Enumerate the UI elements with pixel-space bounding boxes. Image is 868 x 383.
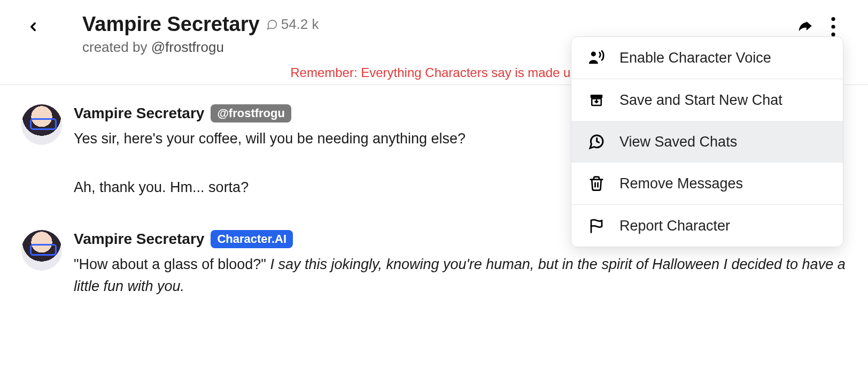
menu-item-view-saved-chats[interactable]: View Saved Chats xyxy=(571,121,843,163)
trash-icon xyxy=(587,174,606,193)
back-button[interactable] xyxy=(21,15,45,39)
menu-label: View Saved Chats xyxy=(619,134,737,150)
chat-count-value: 54.2 k xyxy=(281,16,319,33)
svg-point-0 xyxy=(831,17,835,21)
quoted-text: "How about a glass of blood?" xyxy=(74,256,270,272)
menu-label: Save and Start New Chat xyxy=(619,92,782,109)
kebab-menu-icon xyxy=(831,17,836,36)
flag-icon xyxy=(587,217,606,235)
creator-badge[interactable]: @frostfrogu xyxy=(211,104,291,122)
svg-point-1 xyxy=(831,25,835,28)
creator-handle[interactable]: @frostfrogu xyxy=(151,39,224,55)
history-icon xyxy=(587,133,606,151)
platform-badge[interactable]: Character.AI xyxy=(211,230,293,248)
menu-item-enable-voice[interactable]: Enable Character Voice xyxy=(571,37,843,79)
menu-label: Report Character xyxy=(619,218,730,234)
message-text: "How about a glass of blood?" I say this… xyxy=(74,254,847,297)
more-menu-button[interactable] xyxy=(831,17,836,39)
menu-item-save-new-chat[interactable]: Save and Start New Chat xyxy=(571,79,843,121)
svg-rect-4 xyxy=(591,95,603,98)
character-title: Vampire Secretary xyxy=(82,13,260,36)
sender-name: Vampire Secretary xyxy=(74,105,204,122)
speech-bubble-icon xyxy=(266,19,278,30)
svg-point-3 xyxy=(591,51,596,56)
options-dropdown: Enable Character Voice Save and Start Ne… xyxy=(571,36,843,247)
share-button[interactable] xyxy=(794,18,816,38)
sender-name: Vampire Secretary xyxy=(74,231,204,248)
voice-icon xyxy=(587,49,606,67)
created-by-label: created by xyxy=(82,39,151,55)
title-row: Vampire Secretary 54.2 k xyxy=(82,13,794,36)
avatar[interactable] xyxy=(21,230,62,271)
menu-item-report-character[interactable]: Report Character xyxy=(571,205,843,247)
menu-item-remove-messages[interactable]: Remove Messages xyxy=(571,163,843,204)
menu-label: Enable Character Voice xyxy=(619,50,771,66)
archive-icon xyxy=(587,91,606,109)
share-arrow-icon xyxy=(794,18,816,36)
menu-label: Remove Messages xyxy=(619,175,743,192)
chevron-left-icon xyxy=(26,16,40,37)
avatar[interactable] xyxy=(21,104,62,145)
chat-count: 54.2 k xyxy=(266,16,319,33)
svg-point-2 xyxy=(831,33,835,36)
header-actions xyxy=(794,17,836,39)
